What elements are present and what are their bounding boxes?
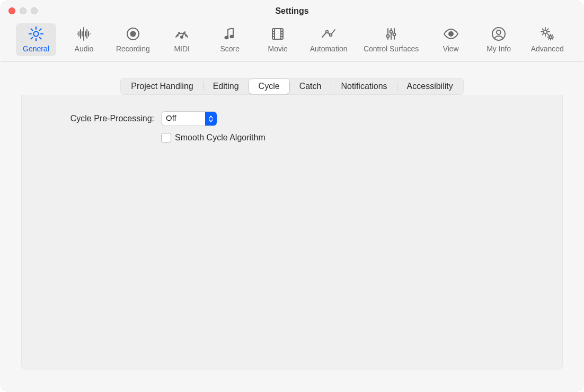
automation-icon (320, 25, 337, 42)
toolbar-label: Recording (116, 44, 150, 53)
gears-icon (539, 25, 556, 42)
svg-point-18 (497, 30, 501, 34)
music-notes-icon (222, 25, 238, 42)
settings-window: Settings General Audio (1, 1, 583, 391)
eye-icon (443, 25, 459, 42)
subtab-bar: Project Handling Editing Cycle Catch Not… (21, 78, 563, 95)
svg-point-20 (549, 36, 552, 39)
close-button[interactable] (8, 7, 15, 14)
window-title: Settings (275, 6, 308, 16)
smooth-cycle-label: Smooth Cycle Algorithm (175, 133, 266, 142)
toolbar-item-automation[interactable]: Automation (306, 23, 352, 56)
toolbar-label: View (443, 44, 459, 53)
select-value: Off (162, 112, 205, 126)
preferences-toolbar: General Audio Recording (1, 21, 583, 62)
toolbar-item-audio[interactable]: Audio (64, 23, 104, 56)
toolbar-label: General (23, 44, 49, 53)
svg-point-11 (326, 31, 329, 33)
gauge-icon (173, 25, 190, 42)
svg-point-6 (179, 32, 180, 33)
tab-accessibility[interactable]: Accessibility (397, 79, 463, 94)
toolbar-item-control-surfaces[interactable]: Control Surfaces (359, 23, 423, 56)
svg-point-16 (449, 32, 453, 36)
svg-point-12 (330, 34, 332, 37)
smooth-cycle-checkbox[interactable] (162, 133, 171, 142)
svg-point-7 (184, 32, 185, 33)
svg-point-14 (390, 31, 393, 33)
svg-point-2 (130, 32, 135, 37)
toolbar-item-advanced[interactable]: Advanced (527, 23, 568, 56)
select-stepper-icon (205, 112, 217, 126)
window-controls (8, 7, 38, 14)
tab-catch[interactable]: Catch (290, 79, 331, 94)
person-circle-icon (490, 25, 507, 42)
toolbar-item-midi[interactable]: MIDI (162, 23, 202, 56)
svg-point-8 (225, 37, 228, 39)
toolbar-item-general[interactable]: General (16, 23, 56, 56)
toolbar-label: Score (220, 44, 240, 53)
svg-point-0 (34, 32, 39, 37)
segmented-control: Project Handling Editing Cycle Catch Not… (120, 78, 463, 95)
film-icon (269, 25, 286, 42)
toolbar-label: Automation (310, 44, 348, 53)
tab-panel-cycle: Cycle Pre-Processing: Off Smooth Cycle A… (21, 95, 563, 370)
svg-point-5 (185, 35, 187, 36)
toolbar-item-score[interactable]: Score (210, 23, 250, 56)
toolbar-item-movie[interactable]: Movie (258, 23, 298, 56)
toolbar-item-view[interactable]: View (431, 23, 471, 56)
minimize-button[interactable] (20, 7, 26, 14)
record-icon (125, 25, 141, 42)
svg-point-19 (544, 30, 547, 33)
tab-cycle[interactable]: Cycle (249, 79, 289, 94)
cycle-preprocessing-select[interactable]: Off (162, 112, 217, 126)
titlebar: Settings (1, 1, 583, 21)
toolbar-label: Advanced (531, 44, 564, 53)
svg-point-15 (393, 33, 396, 36)
toolbar-label: Control Surfaces (364, 44, 419, 53)
waveform-icon (75, 25, 92, 42)
cycle-preprocessing-label: Cycle Pre-Processing: (38, 114, 154, 123)
svg-point-9 (230, 35, 233, 38)
toolbar-label: MIDI (174, 44, 190, 53)
toolbar-label: My Info (486, 44, 511, 53)
toolbar-item-recording[interactable]: Recording (112, 23, 154, 56)
zoom-button[interactable] (31, 7, 38, 14)
svg-point-13 (387, 35, 390, 38)
gear-icon (28, 25, 45, 42)
svg-point-4 (177, 35, 178, 36)
tab-notifications[interactable]: Notifications (331, 79, 396, 94)
sliders-icon (383, 25, 400, 42)
toolbar-label: Movie (268, 44, 287, 53)
toolbar-item-my-info[interactable]: My Info (479, 23, 519, 56)
toolbar-label: Audio (75, 44, 94, 53)
tab-editing[interactable]: Editing (203, 79, 249, 94)
tab-project-handling[interactable]: Project Handling (121, 79, 202, 94)
content-area: Project Handling Editing Cycle Catch Not… (1, 62, 583, 391)
